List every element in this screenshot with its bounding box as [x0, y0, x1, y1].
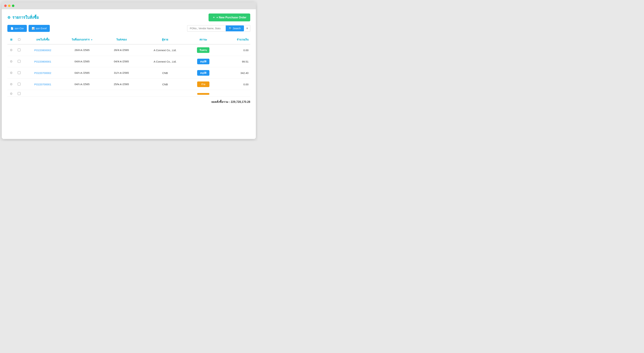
row-po-number: PO220700001	[23, 79, 62, 90]
row-gear-cell: ⚙	[7, 44, 15, 56]
col-issue-date-header[interactable]: วันที่ออกเอกสาร ▼	[62, 35, 102, 44]
partial-amount-cell	[218, 90, 250, 96]
status-badge: รับครบ	[197, 47, 210, 53]
purchase-orders-table: ⊞ เลขใบสั่งซื้อ วันที่ออกเอกสาร ▼ วันส่ง…	[7, 35, 250, 90]
col-checkbox-header	[15, 35, 23, 44]
maximize-dot[interactable]	[12, 4, 14, 7]
col-po-number-header: เลขใบสั่งซื้อ	[23, 35, 62, 44]
row-issue-date: 04/ก.ค./2565	[62, 67, 102, 79]
page-title-area: ⚙ รายการใบสั่งซื้อ	[7, 14, 39, 20]
row-status: อนุมัติ	[189, 56, 218, 67]
partial-date-ship-cell	[102, 90, 141, 96]
partial-table: ⚙	[7, 90, 250, 96]
row-amount: 99.51	[218, 56, 250, 67]
partial-date-issue-cell	[62, 90, 102, 96]
row-amount: 342.40	[218, 67, 250, 79]
new-po-label: + New Purchase Order	[216, 16, 246, 19]
row-gear-cell: ⚙	[7, 79, 15, 90]
row-gear-icon[interactable]: ⚙	[10, 82, 12, 86]
table-row: ⚙ PO220700001 04/ก.ค./2565 25/พ.ค./2565 …	[7, 79, 250, 90]
table-row: ⚙ PO220800002 26/ส.ค./2565 26/ส.ค./2565 …	[7, 44, 250, 56]
title-bar	[2, 2, 256, 9]
export-csv-button[interactable]: 📄 ออก Csv	[7, 25, 27, 32]
po-number-link[interactable]: PO220800002	[34, 49, 51, 52]
po-number-link[interactable]: PO220700002	[34, 72, 51, 74]
toolbar: 📄 ออก Csv 📊 ออก Excel 🔍 Search ≡	[7, 25, 250, 32]
row-issue-date: 04/ก.ค./2565	[62, 79, 102, 90]
col-vendor-header: ผู้ขาย	[141, 35, 189, 44]
minimize-dot[interactable]	[8, 4, 10, 7]
menu-icon: ≡	[246, 27, 248, 30]
new-purchase-order-button[interactable]: ＋ + New Purchase Order	[208, 14, 250, 21]
row-gear-cell: ⚙	[7, 67, 15, 79]
partial-vendor-cell	[141, 90, 189, 96]
partial-row: ⚙	[7, 90, 250, 96]
partial-gear-icon[interactable]: ⚙	[10, 92, 12, 96]
row-gear-icon[interactable]: ⚙	[10, 71, 12, 75]
row-ship-date: 26/ส.ค./2565	[102, 44, 141, 56]
row-amount: 0.00	[218, 79, 250, 90]
status-badge: ร่าง	[197, 82, 210, 87]
status-badge: อนุมัติ	[197, 59, 210, 64]
status-badge: อนุมัติ	[197, 70, 210, 76]
row-vendor: CNB	[141, 79, 189, 90]
expand-all-icon[interactable]: ⊞	[10, 38, 12, 41]
export-csv-label: ออก Csv	[14, 26, 24, 30]
search-area: 🔍 Search ≡	[187, 25, 250, 32]
page-title: รายการใบสั่งซื้อ	[12, 14, 39, 20]
search-icon: 🔍	[229, 27, 232, 30]
partial-checkbox-cell	[15, 90, 23, 96]
row-checkbox[interactable]	[18, 60, 20, 63]
export-excel-button[interactable]: 📊 ออก Excel	[28, 25, 50, 32]
row-gear-cell: ⚙	[7, 56, 15, 67]
select-all-checkbox[interactable]	[18, 38, 20, 41]
row-checkbox[interactable]	[18, 83, 20, 86]
row-status: รับครบ	[189, 44, 218, 56]
excel-icon: 📊	[32, 27, 35, 30]
row-ship-date: 04/ส.ค./2565	[102, 56, 141, 67]
search-input[interactable]	[187, 25, 226, 32]
close-dot[interactable]	[4, 4, 7, 7]
row-ship-date: 25/พ.ค./2565	[102, 79, 141, 90]
total-label: ยอดสั่งซื้อรวม : 229,728,170.28	[211, 100, 250, 103]
partial-po-cell	[23, 90, 62, 96]
row-ship-date: 31/ก.ค./2565	[102, 67, 141, 79]
col-expand-header: ⊞	[7, 35, 15, 44]
col-ship-date-header: วันส่งของ	[102, 35, 141, 44]
menu-button[interactable]: ≡	[244, 25, 250, 32]
row-status: ร่าง	[189, 79, 218, 90]
row-checkbox-cell	[15, 44, 23, 56]
csv-icon: 📄	[10, 27, 14, 30]
export-excel-label: ออก Excel	[36, 26, 46, 30]
partial-gear-cell: ⚙	[7, 90, 15, 96]
po-number-link[interactable]: PO220800001	[34, 60, 51, 63]
row-amount: 0.00	[218, 44, 250, 56]
col-amount-header: จำนวนเงิน	[218, 35, 250, 44]
row-vendor: CNB	[141, 67, 189, 79]
row-status: อนุมัติ	[189, 67, 218, 79]
search-button[interactable]: 🔍 Search	[226, 26, 244, 31]
search-label: Search	[233, 27, 240, 30]
table-row: ⚙ PO220700002 04/ก.ค./2565 31/ก.ค./2565 …	[7, 67, 250, 79]
table-row: ⚙ PO220800001 04/ส.ค./2565 04/ส.ค./2565 …	[7, 56, 250, 67]
row-checkbox-cell	[15, 67, 23, 79]
row-gear-icon[interactable]: ⚙	[10, 60, 12, 63]
row-gear-icon[interactable]: ⚙	[10, 48, 12, 52]
po-number-link[interactable]: PO220700001	[34, 83, 51, 86]
col-status-header: สถานะ	[189, 35, 218, 44]
row-po-number: PO220700002	[23, 67, 62, 79]
row-issue-date: 26/ส.ค./2565	[62, 44, 102, 56]
sort-icon: ▼	[91, 39, 93, 41]
table-header-row: ⊞ เลขใบสั่งซื้อ วันที่ออกเอกสาร ▼ วันส่ง…	[7, 35, 250, 44]
row-checkbox[interactable]	[18, 48, 20, 51]
row-checkbox-cell	[15, 56, 23, 67]
row-issue-date: 04/ส.ค./2565	[62, 56, 102, 67]
partial-status-badge	[197, 93, 210, 95]
settings-icon: ⚙	[7, 16, 10, 20]
row-checkbox[interactable]	[18, 71, 20, 74]
row-po-number: PO220800002	[23, 44, 62, 56]
new-po-plus-icon: ＋	[212, 16, 215, 19]
row-vendor: A Connext Co., Ltd.	[141, 44, 189, 56]
row-po-number: PO220800001	[23, 56, 62, 67]
partial-row-checkbox[interactable]	[18, 92, 20, 95]
